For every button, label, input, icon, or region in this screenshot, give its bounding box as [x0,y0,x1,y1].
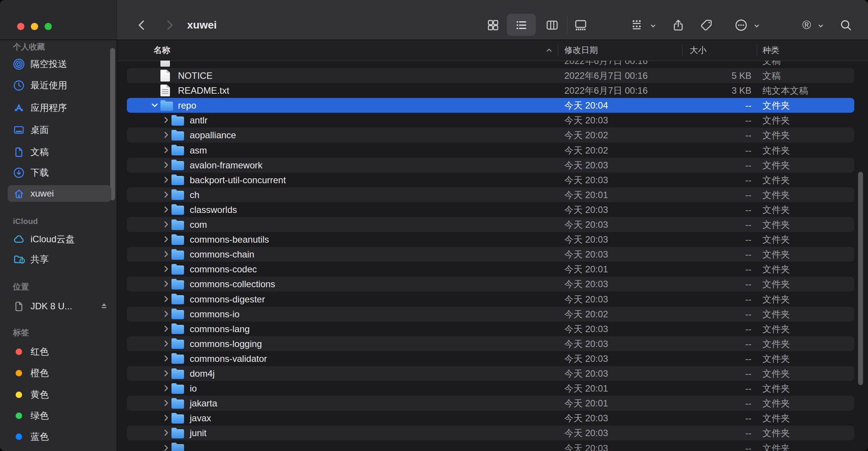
minimize-button[interactable] [31,23,38,30]
sidebar-item-隔空投送[interactable]: 隔空投送 [8,56,111,72]
more-chevron-down-icon[interactable] [753,22,761,30]
disclosure-chevron-right-icon[interactable] [162,146,170,154]
search-icon[interactable] [839,19,852,32]
sidebar-item-xuwei[interactable]: xuwei [8,185,111,202]
disclosure-chevron-right-icon[interactable] [162,116,170,124]
gallery-view-icon[interactable] [574,19,587,32]
disclosure-chevron-right-icon[interactable] [162,220,170,229]
file-date-modified: 2022年6月7日 00:16 [564,83,648,98]
file-row-commons-io[interactable]: commons-io今天 20:02--文件夹 [117,307,868,321]
column-header-size[interactable]: 大小 [690,40,706,61]
file-row-repo[interactable]: repo今天 20:04--文件夹 [117,98,868,113]
share-icon[interactable] [672,19,685,32]
disclosure-chevron-right-icon[interactable] [162,161,170,169]
icon-view-icon[interactable] [487,19,500,32]
file-row-io[interactable]: io今天 20:01--文件夹 [117,381,868,396]
file-name: backport-util-concurrent [190,173,286,187]
file-row-commons-beanutils[interactable]: commons-beanutils今天 20:03--文件夹 [117,232,868,247]
disclosure-chevron-right-icon[interactable] [162,131,170,139]
file-row-README.txt[interactable]: README.txt2022年6月7日 00:163 KB纯文本文稿 [117,83,868,98]
disclosure-chevron-right-icon[interactable] [162,265,170,273]
disclosure-chevron-right-icon[interactable] [162,429,170,437]
column-view-icon[interactable] [546,19,559,32]
file-row-asm[interactable]: asm今天 20:02--文件夹 [117,143,868,158]
file-name: commons-chain [190,247,254,262]
disclosure-chevron-right-icon[interactable] [162,190,170,199]
disclosure-chevron-right-icon[interactable] [162,354,170,363]
close-button[interactable] [17,23,24,30]
column-divider[interactable] [558,44,558,56]
file-row-ch[interactable]: ch今天 20:01--文件夹 [117,187,868,202]
column-header-name[interactable]: 名称 [154,40,170,61]
group-chevron-down-icon[interactable] [649,22,657,30]
sidebar-item-label: 橙色 [30,367,49,379]
sidebar-item-桌面[interactable]: 桌面 [8,122,111,138]
disclosure-chevron-right-icon[interactable] [162,339,170,348]
file-row-partial[interactable]: 2022年6月7日 00:16文稿 [117,61,868,68]
list-view-icon[interactable] [515,19,528,32]
tag-icon[interactable] [700,19,713,32]
file-row-classworlds[interactable]: classworlds今天 20:03--文件夹 [117,202,868,217]
sidebar-item-红色[interactable]: 红色 [8,343,111,360]
file-row-commons-lang[interactable]: commons-lang今天 20:03--文件夹 [117,321,868,336]
more-icon[interactable] [735,19,748,32]
disclosure-chevron-right-icon[interactable] [162,369,170,377]
back-button[interactable] [135,19,148,32]
file-size: -- [666,143,751,158]
disclosure-chevron-right-icon[interactable] [162,280,170,288]
disclosure-chevron-down-icon[interactable] [151,101,159,109]
group-icon[interactable] [630,19,643,32]
file-row-commons-chain[interactable]: commons-chain今天 20:03--文件夹 [117,247,868,262]
file-row-backport-util-concurrent[interactable]: backport-util-concurrent今天 20:03--文件夹 [117,173,868,187]
file-row-aopalliance[interactable]: aopalliance今天 20:02--文件夹 [117,128,868,142]
file-row-dom4j[interactable]: dom4j今天 20:03--文件夹 [117,366,868,381]
sidebar-item-JDK-8-U-[interactable]: JDK 8 U... [8,298,111,315]
disclosure-chevron-right-icon[interactable] [162,310,170,318]
file-row-commons-validator[interactable]: commons-validator今天 20:03--文件夹 [117,351,868,366]
sidebar-item-共享[interactable]: 共享 [8,251,111,268]
file-row-commons-codec[interactable]: commons-codec今天 20:01--文件夹 [117,262,868,277]
sidebar-item-蓝色[interactable]: 蓝色 [8,428,111,445]
file-row-commons-collections[interactable]: commons-collections今天 20:03--文件夹 [117,277,868,291]
disclosure-chevron-right-icon[interactable] [162,399,170,407]
disclosure-chevron-right-icon[interactable] [162,325,170,333]
file-row-commons-logging[interactable]: commons-logging今天 20:03--文件夹 [117,336,868,351]
eject-icon[interactable] [99,301,109,311]
app-chevron-down-icon[interactable] [817,22,825,30]
sidebar-item-下载[interactable]: 下载 [8,164,111,181]
file-name: com [190,217,207,232]
column-header-date[interactable]: 修改日期 [564,40,598,61]
disclosure-chevron-right-icon[interactable] [162,205,170,214]
disclosure-chevron-right-icon[interactable] [162,414,170,422]
disclosure-chevron-right-icon[interactable] [162,295,170,303]
forward-button[interactable] [163,19,176,32]
disclosure-chevron-right-icon[interactable] [162,384,170,392]
registered-app-icon[interactable]: ® [800,19,814,32]
list-scrollbar[interactable] [858,172,863,385]
sidebar-item-橙色[interactable]: 橙色 [8,365,111,381]
sidebar-item-iCloud云盘[interactable]: iCloud云盘 [8,231,111,248]
file-row-partial[interactable]: 今天 20:03--文件夹 [117,441,868,451]
column-divider[interactable] [682,44,682,56]
disclosure-chevron-right-icon[interactable] [162,250,170,258]
sidebar-item-最近使用[interactable]: 最近使用 [8,77,111,94]
file-row-commons-digester[interactable]: commons-digester今天 20:03--文件夹 [117,292,868,307]
zoom-button[interactable] [45,23,52,30]
column-header-kind[interactable]: 种类 [762,40,779,61]
file-row-com[interactable]: com今天 20:03--文件夹 [117,217,868,232]
disclosure-chevron-right-icon[interactable] [162,444,170,451]
window-title: xuwei [187,19,217,31]
sidebar-item-绿色[interactable]: 绿色 [8,407,111,424]
column-divider[interactable] [757,44,757,56]
file-row-NOTICE[interactable]: NOTICE2022年6月7日 00:165 KB文稿 [117,68,868,83]
file-row-javax[interactable]: javax今天 20:03--文件夹 [117,411,868,425]
file-row-jakarta[interactable]: jakarta今天 20:01--文件夹 [117,396,868,411]
sidebar-item-文稿[interactable]: 文稿 [8,144,111,160]
file-row-junit[interactable]: junit今天 20:03--文件夹 [117,425,868,440]
disclosure-chevron-right-icon[interactable] [162,235,170,243]
sidebar-item-黄色[interactable]: 黄色 [8,386,111,403]
file-row-avalon-framework[interactable]: avalon-framework今天 20:03--文件夹 [117,158,868,173]
disclosure-chevron-right-icon[interactable] [162,176,170,184]
sidebar-item-应用程序[interactable]: 应用程序 [8,99,111,116]
file-row-antlr[interactable]: antlr今天 20:03--文件夹 [117,113,868,128]
